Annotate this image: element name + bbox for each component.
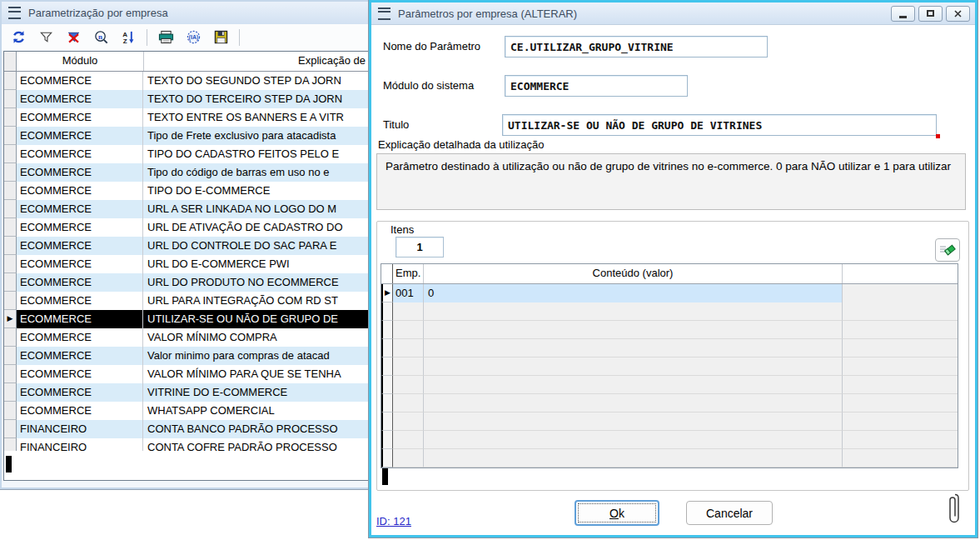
dialog: Parâmetros por empresa (ALTERAR) Nome do… xyxy=(369,0,978,538)
cell-conteudo: 0 xyxy=(424,284,843,302)
cell-conteudo xyxy=(424,302,843,321)
nome-input[interactable] xyxy=(505,36,768,58)
paperclip-icon[interactable] xyxy=(949,492,961,529)
table-row[interactable] xyxy=(381,358,958,376)
row-selector xyxy=(4,218,17,237)
ok-button[interactable]: Ok xyxy=(575,500,659,526)
row-selector xyxy=(381,431,393,449)
cell-emp xyxy=(393,339,424,358)
itens-label: Itens xyxy=(391,223,414,236)
row-selector xyxy=(4,438,17,451)
table-row[interactable] xyxy=(381,321,958,339)
sort-az-icon: AZ xyxy=(122,30,136,44)
row-selector xyxy=(4,237,17,255)
cell-modulo: ECOMMERCE xyxy=(17,292,143,310)
cell-modulo: ECOMMERCE xyxy=(17,383,143,402)
cell-conteudo xyxy=(424,431,843,449)
row-selector xyxy=(4,328,17,347)
window-title: Parametrização por empresa xyxy=(28,7,168,19)
cancel-button[interactable]: Cancelar xyxy=(686,501,773,525)
cell-extra xyxy=(843,412,958,431)
column-header-conteudo[interactable]: Conteúdo (valor) xyxy=(424,264,843,283)
cell-modulo: ECOMMERCE xyxy=(17,402,143,420)
table-row[interactable] xyxy=(381,302,958,321)
cell-extra xyxy=(843,376,958,394)
close-button[interactable] xyxy=(946,6,970,22)
nome-label: Nome do Parâmetro xyxy=(383,40,480,52)
row-selector xyxy=(381,321,393,339)
cell-modulo: ECOMMERCE xyxy=(17,365,143,383)
dialog-titlebar[interactable]: Parâmetros por empresa (ALTERAR) xyxy=(371,2,975,25)
row-selector xyxy=(381,339,393,358)
cell-modulo: ECOMMERCE xyxy=(17,237,143,255)
titulo-field-wrap xyxy=(502,114,937,136)
table-row[interactable] xyxy=(381,449,958,468)
menu-hamburger-icon[interactable] xyxy=(8,7,21,19)
table-row[interactable] xyxy=(381,339,958,358)
cell-emp xyxy=(393,449,424,468)
titulo-input[interactable] xyxy=(502,114,937,136)
ia-settings-icon: (IA) xyxy=(186,30,201,44)
row-selector xyxy=(381,358,393,376)
svg-text:(IA): (IA) xyxy=(188,34,198,41)
row-selector xyxy=(381,394,393,412)
modulo-label: Módulo do sistema xyxy=(383,79,474,92)
cell-modulo: ECOMMERCE xyxy=(17,273,143,292)
cell-modulo: ECOMMERCE xyxy=(17,90,143,108)
print-icon xyxy=(158,30,174,44)
cell-conteudo xyxy=(424,394,843,412)
table-row[interactable]: ▶0010 xyxy=(381,284,958,302)
refresh-icon xyxy=(12,30,26,44)
cell-modulo: FINANCEIRO xyxy=(17,438,143,451)
table-row[interactable] xyxy=(381,431,958,449)
column-header-emp[interactable]: Emp. xyxy=(393,264,424,283)
cell-extra xyxy=(843,358,958,376)
explicacao-memo[interactable]: Parâmetro destinado à utilização ou não … xyxy=(376,153,966,210)
cell-extra xyxy=(843,302,958,321)
sort-button[interactable]: AZ xyxy=(119,28,137,48)
filter-button[interactable] xyxy=(37,28,55,48)
table-row[interactable] xyxy=(381,376,958,394)
cell-emp xyxy=(393,358,424,376)
itens-count[interactable]: 1 xyxy=(395,237,444,258)
cell-conteudo xyxy=(424,339,843,358)
cell-extra xyxy=(843,321,958,339)
maximize-button[interactable] xyxy=(918,6,943,22)
modulo-input[interactable] xyxy=(505,75,688,97)
maximize-icon xyxy=(927,10,934,17)
ia-settings-button[interactable]: (IA) xyxy=(184,28,202,48)
text-cursor-mark xyxy=(382,468,388,485)
print-button[interactable] xyxy=(157,28,175,48)
selector-column-header xyxy=(4,52,17,71)
row-selector xyxy=(381,449,393,468)
toolbar-separator xyxy=(147,29,147,46)
table-row[interactable] xyxy=(381,412,958,431)
table-row[interactable] xyxy=(381,394,958,412)
minimize-button[interactable] xyxy=(891,6,915,22)
cell-modulo: ECOMMERCE xyxy=(17,328,143,347)
cell-extra xyxy=(843,394,958,412)
cell-conteudo xyxy=(424,449,843,468)
row-selector xyxy=(4,273,17,292)
menu-hamburger-icon[interactable] xyxy=(378,8,391,20)
dialog-content: Nome do Parâmetro Módulo do sistema Titu… xyxy=(371,25,975,535)
cell-modulo: ECOMMERCE xyxy=(17,310,143,328)
find-button[interactable]: n xyxy=(92,28,110,48)
cell-emp xyxy=(393,302,424,321)
svg-text:Z: Z xyxy=(122,38,127,44)
text-cursor-mark xyxy=(6,456,12,472)
row-selector xyxy=(4,182,17,200)
column-header-extra xyxy=(843,264,958,283)
column-header-modulo[interactable]: Módulo xyxy=(17,52,144,71)
save-button[interactable] xyxy=(211,28,230,48)
cell-extra xyxy=(843,339,958,358)
required-marker xyxy=(936,134,940,138)
window-buttons xyxy=(891,6,975,22)
id-link[interactable]: ID: 121 xyxy=(376,515,411,528)
refresh-button[interactable] xyxy=(9,28,27,48)
filter-icon xyxy=(39,30,53,44)
clear-filter-button[interactable] xyxy=(64,28,82,48)
batch-edit-button[interactable] xyxy=(935,238,960,262)
cell-modulo: FINANCEIRO xyxy=(17,420,143,438)
row-selector xyxy=(4,383,17,402)
